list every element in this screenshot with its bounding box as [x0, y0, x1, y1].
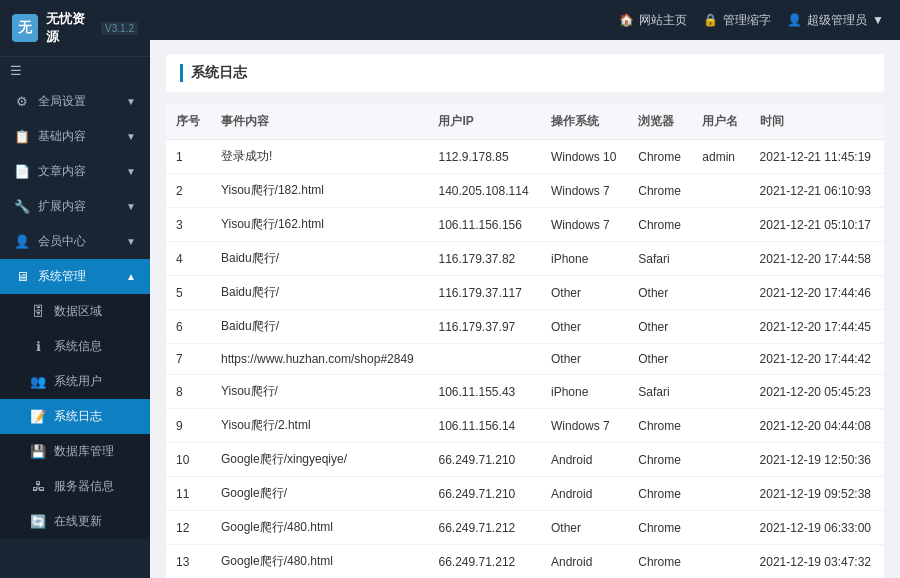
menu-toggle[interactable]: ☰: [0, 57, 150, 84]
table-row: 10 Google爬行/xingyeqiye/ 66.249.71.210 An…: [166, 443, 884, 477]
cell-user: [692, 477, 749, 511]
table-row: 9 Yisou爬行/2.html 106.11.156.14 Windows 7…: [166, 409, 884, 443]
cell-event: Baidu爬行/: [211, 242, 429, 276]
sidebar-item-huiyuan[interactable]: 👤 会员中心 ▼: [0, 224, 150, 259]
chevron-down-icon: ▼: [126, 201, 136, 212]
cell-browser: Other: [628, 344, 692, 375]
cell-os: Windows 7: [541, 208, 628, 242]
cell-time: 2021-12-20 17:44:42: [750, 344, 884, 375]
cell-browser: Chrome: [628, 511, 692, 545]
sidebar-item-label: 扩展内容: [38, 198, 86, 215]
cell-os: Other: [541, 344, 628, 375]
chevron-down-icon: ▼: [126, 166, 136, 177]
chevron-down-icon: ▼: [126, 131, 136, 142]
cell-id: 10: [166, 443, 211, 477]
table-row: 5 Baidu爬行/ 116.179.37.117 Other Other 20…: [166, 276, 884, 310]
sidebar-item-label: 基础内容: [38, 128, 86, 145]
sidebar-item-xitong[interactable]: 🖥 系统管理 ▲: [0, 259, 150, 294]
list-icon: 📋: [14, 129, 30, 144]
sidebar-item-label: 数据区域: [54, 303, 102, 320]
info-icon: ℹ: [30, 339, 46, 354]
cell-event: Google爬行/: [211, 477, 429, 511]
cell-event: Google爬行/xingyeqiye/: [211, 443, 429, 477]
col-header-ip: 用户IP: [428, 104, 541, 140]
sidebar-item-shujuqyu[interactable]: 🗄 数据区域: [0, 294, 150, 329]
sidebar-item-quanju[interactable]: ⚙ 全局设置 ▼: [0, 84, 150, 119]
cell-ip: 66.249.71.210: [428, 443, 541, 477]
sidebar-item-fuwuqi[interactable]: 🖧 服务器信息: [0, 469, 150, 504]
logo-text: 无忧资源: [46, 10, 94, 46]
table-row: 3 Yisou爬行/162.html 106.11.156.156 Window…: [166, 208, 884, 242]
cell-browser: Safari: [628, 375, 692, 409]
table-row: 7 https://www.huzhan.com/shop#2849 Other…: [166, 344, 884, 375]
cell-os: Android: [541, 443, 628, 477]
cell-user: [692, 276, 749, 310]
cell-time: 2021-12-20 17:44:58: [750, 242, 884, 276]
cell-ip: 112.9.178.85: [428, 140, 541, 174]
cell-id: 8: [166, 375, 211, 409]
cell-user: [692, 208, 749, 242]
sidebar-scroll: ⚙ 全局设置 ▼ 📋 基础内容 ▼ 📄 文章内容 ▼ 🔧 扩展内容 ▼ 👤 会员…: [0, 84, 150, 578]
extend-icon: 🔧: [14, 199, 30, 214]
manager-label: 管理缩字: [723, 12, 771, 29]
cell-event: Baidu爬行/: [211, 276, 429, 310]
cell-event: Baidu爬行/: [211, 310, 429, 344]
cell-browser: Chrome: [628, 443, 692, 477]
manager-link[interactable]: 🔒 管理缩字: [703, 12, 771, 29]
cell-time: 2021-12-21 11:45:19: [750, 140, 884, 174]
table-header-row: 序号 事件内容 用户IP 操作系统 浏览器 用户名 时间: [166, 104, 884, 140]
cell-user: [692, 443, 749, 477]
cell-os: iPhone: [541, 242, 628, 276]
cell-ip: 116.179.37.97: [428, 310, 541, 344]
sidebar-item-kuozhan[interactable]: 🔧 扩展内容 ▼: [0, 189, 150, 224]
cell-id: 1: [166, 140, 211, 174]
chevron-down-icon: ▼: [126, 96, 136, 107]
sidebar-item-xitongyonghu[interactable]: 👥 系统用户: [0, 364, 150, 399]
sidebar-item-jichu[interactable]: 📋 基础内容 ▼: [0, 119, 150, 154]
cell-os: Other: [541, 511, 628, 545]
cell-time: 2021-12-21 05:10:17: [750, 208, 884, 242]
cell-browser: Chrome: [628, 409, 692, 443]
cell-event: Google爬行/480.html: [211, 545, 429, 579]
table-row: 11 Google爬行/ 66.249.71.210 Android Chrom…: [166, 477, 884, 511]
cell-ip: 66.249.71.212: [428, 545, 541, 579]
home-link[interactable]: 🏠 网站主页: [619, 12, 687, 29]
cell-event: Yisou爬行/162.html: [211, 208, 429, 242]
sidebar-item-label: 系统信息: [54, 338, 102, 355]
cell-os: iPhone: [541, 375, 628, 409]
logo-version: V3.1.2: [101, 22, 138, 35]
sidebar-item-label: 在线更新: [54, 513, 102, 530]
sidebar-item-gengxin[interactable]: 🔄 在线更新: [0, 504, 150, 539]
cell-ip: 140.205.108.114: [428, 174, 541, 208]
sidebar-item-label: 数据库管理: [54, 443, 114, 460]
sidebar-item-xitongrizi[interactable]: 📝 系统日志: [0, 399, 150, 434]
table-container: 序号 事件内容 用户IP 操作系统 浏览器 用户名 时间 1 登录成功! 112…: [166, 104, 884, 578]
sidebar-item-label: 会员中心: [38, 233, 86, 250]
page-header: 系统日志: [166, 54, 884, 92]
sidebar-item-label: 文章内容: [38, 163, 86, 180]
system-icon: 🖥: [14, 269, 30, 284]
home-label: 网站主页: [639, 12, 687, 29]
sidebar-item-wenzhang[interactable]: 📄 文章内容 ▼: [0, 154, 150, 189]
sidebar-item-shujuku[interactable]: 💾 数据库管理: [0, 434, 150, 469]
storage-icon: 💾: [30, 444, 46, 459]
col-header-time: 时间: [750, 104, 884, 140]
sidebar-item-xitongxinxi[interactable]: ℹ 系统信息: [0, 329, 150, 364]
cell-user: [692, 174, 749, 208]
log-icon: 📝: [30, 409, 46, 424]
cell-user: [692, 375, 749, 409]
cell-os: Other: [541, 276, 628, 310]
user-menu[interactable]: 👤 超级管理员 ▼: [787, 12, 884, 29]
logo-icon: 无: [12, 14, 38, 42]
settings-icon: ⚙: [14, 94, 30, 109]
cell-id: 13: [166, 545, 211, 579]
table-row: 13 Google爬行/480.html 66.249.71.212 Andro…: [166, 545, 884, 579]
cell-id: 11: [166, 477, 211, 511]
cell-os: Android: [541, 545, 628, 579]
cell-browser: Chrome: [628, 174, 692, 208]
cell-id: 9: [166, 409, 211, 443]
cell-event: 登录成功!: [211, 140, 429, 174]
col-header-event: 事件内容: [211, 104, 429, 140]
sidebar-item-label: 全局设置: [38, 93, 86, 110]
cell-time: 2021-12-20 17:44:46: [750, 276, 884, 310]
